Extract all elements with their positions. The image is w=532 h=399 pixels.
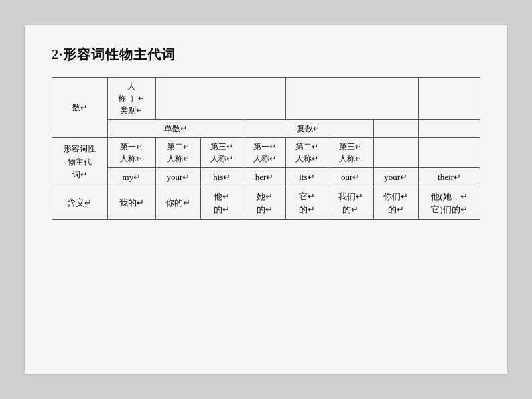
di2-cell: 第二↵人称↵ — [155, 138, 201, 168]
wode-cell: 我的↵ — [107, 187, 155, 219]
table-row: 形容词性物主代词↵ 第一↵人称↵ 第二↵人称↵ 第三↵人称↵ 第一↵人称↵ 第二… — [52, 138, 480, 168]
di6-cell: 第三↵人称↵ — [328, 138, 374, 168]
its-cell: its↵ — [285, 168, 328, 187]
women-cell: 我们↵的↵ — [328, 187, 374, 219]
my-cell: my↵ — [107, 168, 155, 187]
table-container: 数↵ 人称 ）↵类别↵ 单数↵ 复数↵ 形容词性物主代词↵ 第一↵人称↵ 第二↵… — [52, 77, 480, 220]
table-row: my↵ your↵ his↵ her↵ its↵ our↵ your↵ thei… — [52, 168, 480, 187]
plural-header — [285, 78, 418, 120]
singular-label: 单数↵ — [107, 120, 243, 138]
page: 2·形容词性物主代词 数↵ 人称 ）↵类别↵ 单数↵ 复数↵ 形容词性物主代词↵… — [25, 25, 507, 374]
their-cell: their↵ — [419, 168, 480, 187]
your1-cell: your↵ — [155, 168, 201, 187]
singular-header — [155, 78, 285, 120]
xingrongci-label: 形容词性物主代词↵ — [52, 138, 108, 187]
plural-label: 复数↵ — [243, 120, 373, 138]
table-row: 数↵ 人称 ）↵类别↵ — [52, 78, 480, 120]
hanyi-label: 含义↵ — [52, 187, 108, 219]
di3-cell: 第三↵人称↵ — [201, 138, 243, 168]
rencheng-cell: 人称 ）↵类别↵ — [107, 78, 155, 120]
table-row: 含义↵ 我的↵ 你的↵ 他↵的↵ 她↵的↵ 它↵的↵ 我们↵的↵ 你们↵的↵ 他… — [52, 187, 480, 219]
di4-cell: 第一↵人称↵ — [243, 138, 285, 168]
table-row: 单数↵ 复数↵ — [52, 120, 480, 138]
nimen-cell: 你们↵的↵ — [373, 187, 419, 219]
our-cell: our↵ — [328, 168, 374, 187]
pronoun-table: 数↵ 人称 ）↵类别↵ 单数↵ 复数↵ 形容词性物主代词↵ 第一↵人称↵ 第二↵… — [52, 77, 480, 220]
nide-cell: 你的↵ — [155, 187, 201, 219]
page-title: 2·形容词性物主代词 — [52, 46, 480, 64]
her-cell: her↵ — [243, 168, 285, 187]
tade-male-cell: 他↵的↵ — [201, 187, 243, 219]
your2-cell: your↵ — [373, 168, 419, 187]
tamen-cell: 他(她，↵它)们的↵ — [419, 187, 480, 219]
di5-cell: 第二↵人称↵ — [285, 138, 328, 168]
extra-cell — [373, 120, 419, 138]
tade-female-cell: 她↵的↵ — [243, 187, 285, 219]
tade-it-cell: 它↵的↵ — [285, 187, 328, 219]
his-cell: his↵ — [201, 168, 243, 187]
shu-cell: 数↵ — [52, 78, 108, 138]
di8-cell — [419, 138, 480, 168]
extra-header — [419, 78, 480, 120]
di1-cell: 第一↵人称↵ — [107, 138, 155, 168]
di7-cell — [373, 138, 419, 168]
